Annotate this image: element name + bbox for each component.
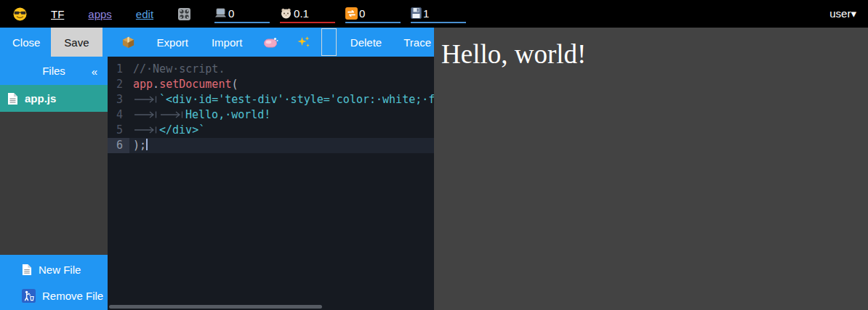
editor-app-region: Close Save Export Import Delete Trace Fi… [0,28,434,310]
remove-file-label: Remove File [42,290,103,302]
new-file-button[interactable]: New File [0,256,108,282]
code-line-3[interactable]: 3`<div·id='test-div'·style='color:·white… [108,92,434,107]
soap-icon[interactable] [264,37,278,48]
sidebar-actions: New File Remove File [0,255,108,310]
stat-repeat[interactable]: 0 [345,4,401,23]
file-icon [7,92,18,105]
import-button[interactable]: Import [209,36,246,49]
remove-file-button[interactable]: Remove File [0,282,108,309]
code-line-4[interactable]: 4Hello,·world! [108,107,434,123]
files-header-label: Files [42,65,65,77]
new-file-label: New File [39,264,81,276]
litter-bin-icon [22,289,36,303]
nav-link-tf[interactable]: TF [51,8,64,20]
package-icon[interactable] [121,36,135,49]
laptop-icon [214,8,227,18]
control-knobs-icon[interactable] [177,7,191,21]
sidebar-item-appjs[interactable]: app.js [0,85,108,112]
line-number: 3 [108,92,129,107]
sidebar-collapse-button[interactable]: « [92,65,97,77]
code-lines: 1//·New·script.2app.setDocument(3`<div·i… [108,57,434,153]
sidebar-empty-area [0,112,108,255]
stat-saves[interactable]: 1 [411,4,466,23]
sunglasses-face-icon[interactable] [13,7,27,21]
tab-indent-marker [133,92,159,99]
text-cursor [146,139,148,150]
rendered-output-panel: Hello, world! [434,28,868,310]
editor-toolbar: Close Save Export Import Delete Trace [0,28,434,57]
stat-hamster[interactable]: 0.1 [280,4,335,23]
horizontal-scrollbar[interactable] [109,305,322,309]
line-number: 6 [108,138,129,153]
code-line-2[interactable]: 2app.setDocument( [108,77,434,92]
code-line-1[interactable]: 1//·New·script. [108,62,434,77]
save-button[interactable]: Save [51,28,102,57]
stat-repeat-value: 0 [359,7,365,20]
delete-button[interactable]: Delete [347,36,385,49]
close-button[interactable]: Close [9,36,43,49]
tab-indent-marker [159,107,185,115]
files-header: Files « [0,57,108,85]
repeat-icon [345,7,358,20]
stat-hamster-value: 0.1 [294,7,309,20]
preview-text: Hello, world! [441,38,868,70]
line-number: 2 [108,77,129,92]
tab-indent-marker [133,123,159,130]
nav-link-apps[interactable]: apps [88,8,112,20]
file-name: app.js [25,92,56,105]
floppy-disk-icon [411,7,422,19]
stat-cpu[interactable]: 0 [214,4,270,23]
trace-button[interactable]: Trace [401,36,434,49]
line-number: 4 [108,107,129,123]
hamster-icon [280,7,292,19]
sparkles-icon[interactable] [297,36,310,49]
top-bar: TF apps edit 0 0.1 0 [0,0,868,28]
files-sidebar: Files « app.js New File [0,57,108,310]
stat-saves-value: 1 [423,7,429,20]
stat-cpu-value: 0 [228,7,234,20]
code-line-6[interactable]: 6); [108,138,434,153]
code-line-5[interactable]: 5</div>` [108,123,434,138]
line-number: 5 [108,123,129,138]
code-editor[interactable]: 1//·New·script.2app.setDocument(3`<div·i… [108,57,434,310]
user-menu[interactable]: user▾ [829,7,856,20]
export-button[interactable]: Export [154,36,191,49]
empty-toolbar-button[interactable] [321,28,336,56]
nav-link-edit[interactable]: edit [136,8,153,20]
tab-indent-marker [133,107,159,115]
new-file-icon [22,264,32,276]
line-number: 1 [108,62,129,77]
